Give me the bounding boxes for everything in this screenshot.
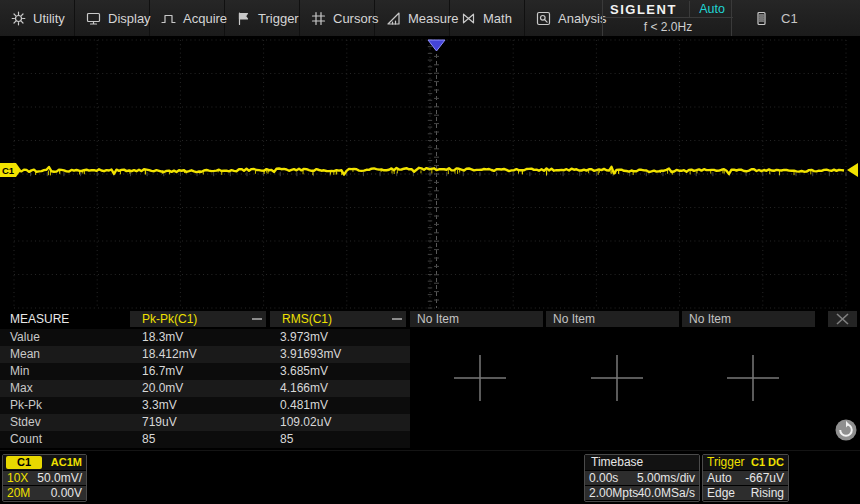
acquisition-status[interactable]: Auto [699,2,725,16]
menu-utility[interactable]: Utility [0,0,75,36]
flag-icon [236,11,251,26]
oscilloscope-screen: Utility Display Acquire Trigger Cursors … [0,0,860,504]
measure-col5-header[interactable]: No Item [682,311,815,327]
add-measure-icon[interactable] [725,353,781,403]
logo-status-box: SIGLENT Auto f < 2.0Hz [602,0,732,36]
table-row: Count8585 [0,431,410,448]
timebase-box[interactable]: Timebase 0.00s 5.00ms/div 2.00Mpts 40.0M… [584,454,700,502]
divider [689,1,690,17]
measure-col4-header[interactable]: No Item [546,311,679,327]
menu-acquire[interactable]: Acquire [150,0,225,36]
analysis-icon [536,11,551,26]
add-measure-icon[interactable] [589,353,645,403]
bottom-status-bar: C1 AC1M 10X 50.0mV/ 20M 0.00V Timebase 0… [0,450,860,504]
trigger-slope: Rising [751,486,784,501]
timebase-title: Timebase [591,455,643,470]
table-row: Min16.7mV3.685mV [0,363,410,380]
menu-utility-label: Utility [33,11,65,26]
trigger-source: C1 DC [751,455,784,470]
display-icon [86,11,101,26]
close-icon [828,311,857,327]
table-row: Value18.3mV3.973mV [0,329,410,346]
timebase-header-row: Timebase [585,455,699,470]
math-icon [461,11,476,26]
menu-cursors[interactable]: Cursors [300,0,375,36]
channel-list-icon [754,11,769,26]
trigger-level-marker [847,163,858,177]
acquire-icon [161,11,176,26]
menu-analysis-label: Analysis [558,11,606,26]
menu-trigger[interactable]: Trigger [225,0,300,36]
frequency-counter: f < 2.0Hz [603,20,733,34]
siglent-logo: SIGLENT [610,2,677,17]
measure-panel-title: MEASURE [10,312,69,326]
menu-display[interactable]: Display [75,0,150,36]
channel1-header-row: C1 AC1M [3,455,86,470]
trigger-box[interactable]: Trigger C1 DC Auto -667uV Edge Rising [702,454,789,502]
gear-icon [11,11,26,26]
channel1-descriptor-box[interactable]: C1 AC1M 10X 50.0mV/ 20M 0.00V [2,454,87,502]
top-menu-bar: Utility Display Acquire Trigger Cursors … [0,0,860,36]
channel1-scale-row: 10X 50.0mV/ [3,470,86,485]
trigger-level: -667uV [745,471,784,486]
channel1-bandwidth: 20M [7,486,30,501]
table-row: Mean18.412mV3.91693mV [0,346,410,363]
timebase-memdepth: 2.00Mpts [589,486,638,501]
reset-statistics-icon[interactable] [834,418,858,442]
menu-display-label: Display [108,11,151,26]
cursors-icon [311,11,326,26]
menu-measure[interactable]: Measure [375,0,450,36]
remove-measure2-button[interactable] [392,318,402,320]
menu-cursors-label: Cursors [333,11,379,26]
active-channel-indicator[interactable]: C1 [732,0,860,36]
menu-acquire-label: Acquire [183,11,227,26]
channel1-badge: C1 [6,456,42,469]
logo-row: SIGLENT Auto [603,0,733,18]
table-row: Max20.0mV4.166mV [0,380,410,397]
waveform-display[interactable]: C1 [0,36,860,310]
table-row: Pk-Pk3.3mV0.481mV [0,397,410,414]
trigger-type-row: Edge Rising [703,485,788,500]
channel1-coupling: AC1M [51,455,82,470]
trigger-mode: Auto [707,471,732,486]
menu-analysis[interactable]: Analysis [525,0,600,36]
menu-trigger-label: Trigger [258,11,299,26]
menu-math-label: Math [483,11,512,26]
channel1-offset-row: 20M 0.00V [3,485,86,500]
timebase-sampling-row: 2.00Mpts 40.0MSa/s [585,485,699,500]
trigger-type: Edge [707,486,735,501]
channel1-offset: 0.00V [51,486,82,501]
trigger-mode-row: Auto -667uV [703,470,788,485]
channel1-probe: 10X [7,471,28,486]
table-row: Stdev719uV109.02uV [0,414,410,431]
graticule-and-trace: C1 [0,36,860,310]
close-measure-button[interactable] [828,311,857,327]
measure-col2-header[interactable]: RMS(C1) [270,311,406,327]
remove-measure1-button[interactable] [252,318,262,320]
measure-col3-header[interactable]: No Item [410,311,543,327]
channel1-vdiv: 50.0mV/ [37,471,82,486]
timebase-samplerate: 40.0MSa/s [638,486,695,501]
menu-math[interactable]: Math [450,0,525,36]
add-measure-icon[interactable] [452,353,508,403]
timebase-tdiv: 5.00ms/div [637,471,695,486]
measure-panel: MEASURE Pk-Pk(C1) RMS(C1) No Item No Ite… [0,310,860,450]
trigger-title: Trigger [707,455,745,470]
measure-col1-header[interactable]: Pk-Pk(C1) [130,311,266,327]
timebase-delay: 0.00s [589,471,618,486]
ruler-icon [386,11,401,26]
active-channel-label: C1 [781,11,798,26]
svg-text:C1: C1 [2,165,15,176]
trigger-header-row: Trigger C1 DC [703,455,788,470]
timebase-scale-row: 0.00s 5.00ms/div [585,470,699,485]
